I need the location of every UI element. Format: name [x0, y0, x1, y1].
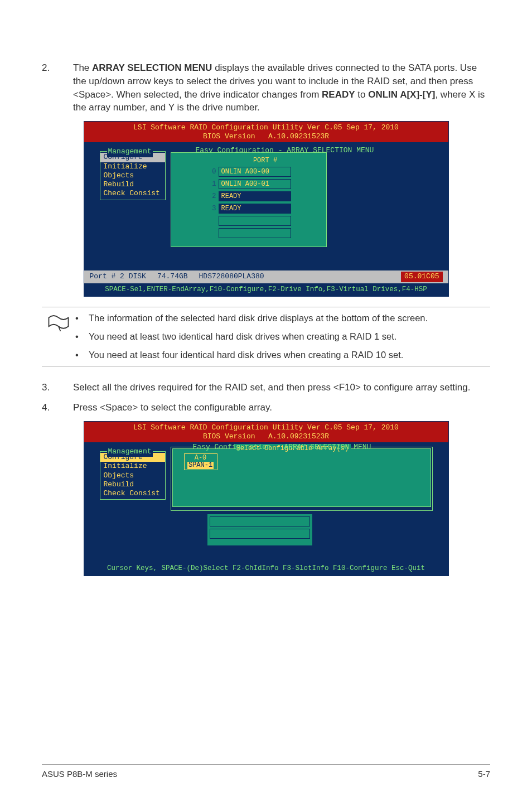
bios1-drive-1-idx: 1	[206, 180, 216, 189]
step-2: 2. The ARRAY SELECTION MENU displays the…	[42, 61, 490, 114]
bios2-easy-label: Easy Configuration - ARRAY SELECTION MEN…	[193, 442, 371, 452]
bios-screenshot-2: LSI Software RAID Configuration Utility …	[84, 421, 449, 576]
bios2-mgmt-checkconsist[interactable]: Check Consist	[100, 489, 165, 498]
step2-pre: The	[73, 62, 92, 73]
step-3-body: Select all the drives required for the R…	[73, 381, 490, 394]
bios2-main: Easy Configuration - ARRAY SELECTION MEN…	[84, 442, 448, 562]
bios1-title1: LSI Software RAID Configuration Utility …	[133, 123, 399, 132]
bios1-mgmt-initialize[interactable]: Initialize	[100, 162, 165, 171]
bios2-mgmt-initialize[interactable]: Initialize	[100, 462, 165, 471]
bios2-lower-cell-1	[210, 516, 310, 526]
step-2-body: The ARRAY SELECTION MENU displays the av…	[73, 61, 490, 114]
bios1-drive-2-label: READY	[219, 191, 291, 201]
bios1-drive-2-idx: 2	[206, 192, 216, 201]
bios1-main: Easy Configuration - ARRAY SELECTION MEN…	[84, 142, 448, 270]
bios1-disk-rev: 05.01C05	[401, 272, 442, 282]
bios1-drive-0[interactable]: 0ONLIN A00-00	[206, 167, 322, 177]
bios1-footer: SPACE-Sel,ENTER-EndArray,F10-Configure,F…	[84, 283, 448, 297]
bios2-a0-label: A-0	[195, 455, 207, 461]
bios1-drive-blank1	[206, 216, 322, 226]
bios2-lower-cell-2	[210, 529, 310, 539]
note-block: •The information of the selected hard di…	[42, 307, 490, 366]
bios1-mgmt-checkconsist[interactable]: Check Consist	[100, 189, 165, 198]
bios2-span-a0[interactable]: A-0 SPAN-1	[184, 453, 217, 470]
bios1-title2: BIOS Version A.10.09231523R	[203, 132, 329, 141]
bios2-lower-panel	[207, 514, 313, 546]
bios1-disk-size: 74.74GB	[157, 272, 188, 282]
note-1: •The information of the selected hard di…	[75, 312, 490, 325]
bios1-header: LSI Software RAID Configuration Utility …	[84, 122, 448, 142]
bios2-title2: BIOS Version A.10.09231523R	[203, 432, 329, 441]
page-footer: ASUS P8B-M series 5-7	[42, 764, 490, 780]
bios2-span1-label: SPAN-1	[187, 462, 214, 469]
footer-right: 5-7	[478, 768, 490, 780]
bios2-title1: LSI Software RAID Configuration Utility …	[133, 423, 399, 432]
bios1-management-menu: Management Configure Initialize Objects …	[100, 151, 166, 200]
bios1-drive-1-label: ONLIN A00-01	[219, 179, 291, 189]
bios2-mgmt-rebuild[interactable]: Rebuild	[100, 480, 165, 489]
bios1-mgmt-rebuild[interactable]: Rebuild	[100, 180, 165, 189]
bios1-drive-panel: PORT # 0ONLIN A00-00 1ONLIN A00-01 2READ…	[171, 152, 327, 247]
step-4: 4. Press <Space> to select the configura…	[42, 401, 490, 414]
step2-bold1: ARRAY SELECTION MENU	[92, 62, 212, 73]
bios1-disk-port: Port # 2 DISK	[90, 272, 146, 282]
step2-mid2: to	[355, 89, 369, 100]
bios1-drive-0-label: ONLIN A00-00	[219, 167, 291, 177]
step2-bold2: READY	[322, 89, 355, 100]
bios1-port-header: PORT #	[209, 156, 322, 166]
bios1-drive-3[interactable]: 3READY	[206, 204, 322, 214]
bios-screenshot-1: LSI Software RAID Configuration Utility …	[84, 121, 449, 297]
step2-bold3: ONLIN A[X]-[Y]	[368, 89, 435, 100]
step-3-number: 3.	[42, 381, 73, 394]
note-1-text: The information of the selected hard dis…	[89, 312, 428, 325]
bios2-header: LSI Software RAID Configuration Utility …	[84, 422, 448, 442]
step-2-number: 2.	[42, 61, 73, 114]
bios1-disk-info: Port # 2 DISK 74.74GB HDS728080PLA380 05…	[84, 270, 448, 283]
bios1-drive-0-idx: 0	[206, 167, 216, 177]
bios2-span-panel: Select Configurable Array(s) A-0 SPAN-1	[172, 448, 431, 507]
bios2-footer: Cursor Keys, SPACE-(De)Select F2-ChIdInf…	[84, 562, 448, 576]
bios1-drive-1[interactable]: 1ONLIN A00-01	[206, 179, 322, 189]
bios2-management-menu: Management Configure Initialize Objects …	[100, 451, 166, 500]
bios2-outer-panel: Select Configurable Array(s) A-0 SPAN-1	[171, 447, 433, 511]
bios1-drive-blank2	[206, 228, 322, 238]
step-3: 3. Select all the drives required for th…	[42, 381, 490, 394]
note-2-text: You need at least two identical hard dis…	[89, 330, 396, 343]
note-body: •The information of the selected hard di…	[75, 312, 490, 361]
footer-left: ASUS P8B-M series	[42, 768, 117, 780]
bios1-drive-3-label: READY	[219, 204, 291, 214]
note-3: •You need at least four identical hard d…	[75, 349, 490, 361]
note-icon	[42, 312, 75, 361]
bios1-mgmt-objects[interactable]: Objects	[100, 171, 165, 180]
bios1-disk-model: HDS728080PLA380	[199, 272, 264, 282]
note-3-text: You need at least four identical hard di…	[89, 349, 403, 361]
bios1-drive-2[interactable]: 2READY	[206, 191, 322, 201]
bios1-drive-3-idx: 3	[206, 204, 216, 214]
bios2-mgmt-title: Management	[107, 447, 153, 457]
step-4-body: Press <Space> to select the configurable…	[73, 401, 490, 414]
bios1-mgmt-title: Management	[107, 147, 153, 157]
bios2-mgmt-objects[interactable]: Objects	[100, 471, 165, 480]
note-2: •You need at least two identical hard di…	[75, 330, 490, 343]
step-4-number: 4.	[42, 401, 73, 414]
